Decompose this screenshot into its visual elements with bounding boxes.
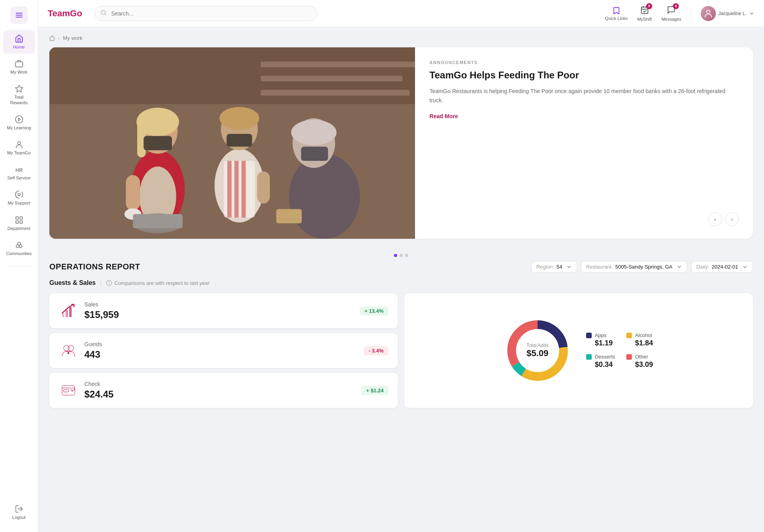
svg-marker-6 xyxy=(18,118,21,121)
svg-rect-10 xyxy=(16,216,18,219)
daily-filter[interactable]: Daily: 2024-02-01 xyxy=(691,261,753,273)
donut-center-value: $5.09 xyxy=(526,348,548,359)
subsection-header: Guests & Sales Comparisons are with resp… xyxy=(49,279,753,287)
apps-value: $1.19 xyxy=(595,339,615,347)
alcohol-dot xyxy=(626,333,632,338)
sidebar-item-logout[interactable]: Logout xyxy=(3,501,35,524)
logo-text-2: Go xyxy=(70,8,82,18)
messages-badge: 8 xyxy=(673,3,679,9)
page-content: › My work xyxy=(38,27,764,532)
donut-center-label: Total Adds xyxy=(526,343,548,348)
sidebar-item-communities[interactable]: Communities xyxy=(3,237,35,260)
avatar xyxy=(701,6,716,21)
messages-button[interactable]: 8 Messages xyxy=(661,6,681,21)
legend-apps-label: Apps xyxy=(586,332,615,338)
quick-links-button[interactable]: Quick Links xyxy=(605,6,628,21)
announcement-image xyxy=(49,47,415,239)
sidebar-communities-label: Communities xyxy=(6,251,31,256)
chart-legend: Apps $1.19 Alcohol $1.84 xyxy=(586,332,656,369)
sidebar-divider xyxy=(8,266,30,266)
sidebar-item-total-rewards[interactable]: Total Rewards xyxy=(3,80,35,109)
filter-row: Region: 54 Restaurant: 5005-Sandy Spring… xyxy=(531,261,753,273)
donut-center: Total Adds $5.09 xyxy=(526,343,548,359)
desserts-label-text: Desserts xyxy=(595,354,615,360)
sidebar-item-home[interactable]: Home xyxy=(3,30,35,54)
sidebar-item-myteamgo[interactable]: My TeamGo xyxy=(3,136,35,160)
user-profile-button[interactable]: Jacqueline L. xyxy=(701,6,754,21)
check-value: $24.45 xyxy=(84,389,355,400)
menu-toggle-button[interactable] xyxy=(10,6,28,24)
region-filter-label: Region: xyxy=(536,264,554,270)
check-icon xyxy=(59,381,78,400)
subsection-title: Guests & Sales xyxy=(49,279,96,286)
restaurant-filter-label: Restaurant: xyxy=(586,264,613,270)
desserts-value: $0.34 xyxy=(595,361,615,369)
svg-point-16 xyxy=(18,242,20,245)
sidebar: Home My Work Total Rewards My Learning M… xyxy=(0,0,38,532)
app-logo: TeamGo xyxy=(48,8,82,19)
alcohol-value: $1.84 xyxy=(635,339,655,347)
home-breadcrumb-icon[interactable] xyxy=(49,35,55,41)
announcement-content: ANNOUNCEMENTS TeamGo Helps Feeding The P… xyxy=(415,47,753,239)
sales-metric-card: Sales $15,959 + 13.4% xyxy=(49,293,398,328)
logo-text-1: Team xyxy=(48,8,70,18)
sales-badge: + 13.4% xyxy=(360,306,388,316)
carousel-dot-1[interactable] xyxy=(394,254,397,257)
sales-value: $15,959 xyxy=(84,309,353,320)
other-label-text: Other xyxy=(635,354,648,360)
legend-other: Other $3.09 xyxy=(626,354,655,369)
restaurant-filter[interactable]: Restaurant: 5005-Sandy Springs, GA xyxy=(581,261,687,273)
search-input[interactable] xyxy=(95,6,318,21)
metrics-grid: Sales $15,959 + 13.4% xyxy=(49,293,753,408)
other-dot xyxy=(626,354,632,360)
svg-rect-3 xyxy=(15,62,22,67)
sales-label: Sales xyxy=(84,301,353,308)
svg-rect-55 xyxy=(49,47,415,239)
subsection-note: Comparisons are with respect to last yea… xyxy=(106,280,210,286)
header: TeamGo Quick Links xyxy=(38,0,764,27)
carousel-dot-2[interactable] xyxy=(400,254,403,257)
hero-navigation: ‹ › xyxy=(429,212,739,226)
breadcrumb-separator: › xyxy=(58,35,60,41)
desserts-dot xyxy=(586,354,592,360)
sidebar-mylearning-label: My Learning xyxy=(7,125,31,131)
sidebar-item-mysupport[interactable]: My Support xyxy=(3,186,35,210)
svg-rect-61 xyxy=(69,307,72,317)
legend-apps: Apps $1.19 xyxy=(586,332,615,347)
comparison-note: Comparisons are with respect to last yea… xyxy=(115,280,210,286)
legend-other-label: Other xyxy=(626,354,655,360)
guests-value: 443 xyxy=(84,349,357,360)
announcement-card: ANNOUNCEMENTS TeamGo Helps Feeding The P… xyxy=(49,47,753,239)
chevron-down-icon xyxy=(749,11,754,16)
carousel-dots xyxy=(49,250,753,261)
breadcrumb-current: My work xyxy=(63,35,82,41)
sidebar-home-label: Home xyxy=(13,45,25,50)
messages-label: Messages xyxy=(661,17,681,21)
sidebar-item-selfservice[interactable]: HR Self Service xyxy=(3,161,35,185)
myshift-button[interactable]: 9 MyShift xyxy=(637,6,652,21)
donut-chart: Total Adds $5.09 xyxy=(502,315,573,386)
carousel-dot-3[interactable] xyxy=(405,254,408,257)
quick-links-label: Quick Links xyxy=(605,16,628,21)
sidebar-item-mylearning[interactable]: My Learning xyxy=(3,111,35,134)
breadcrumb: › My work xyxy=(49,35,753,41)
header-actions: Quick Links 9 MyShift xyxy=(605,6,754,21)
check-metric-card: Check $24.45 + $1.24 xyxy=(49,373,398,408)
apps-dot xyxy=(586,333,592,338)
svg-line-19 xyxy=(105,14,106,15)
guests-icon xyxy=(59,341,78,360)
sidebar-totalrewards-label: Total Rewards xyxy=(6,95,32,105)
sidebar-myteamgo-label: My TeamGo xyxy=(7,150,31,156)
guests-label: Guests xyxy=(84,341,357,347)
legend-desserts: Desserts $0.34 xyxy=(586,354,615,369)
region-filter[interactable]: Region: 54 xyxy=(531,261,577,273)
svg-rect-60 xyxy=(66,310,68,317)
sidebar-item-mywork[interactable]: My Work xyxy=(3,55,35,79)
hero-prev-button[interactable]: ‹ xyxy=(708,212,722,226)
hero-next-button[interactable]: › xyxy=(725,212,739,226)
sidebar-department-label: Department xyxy=(8,226,30,231)
search-icon xyxy=(100,10,107,18)
read-more-link[interactable]: Read More xyxy=(429,113,458,119)
restaurant-filter-value: 5005-Sandy Springs, GA xyxy=(615,264,672,270)
sidebar-item-department[interactable]: Department xyxy=(3,212,35,235)
